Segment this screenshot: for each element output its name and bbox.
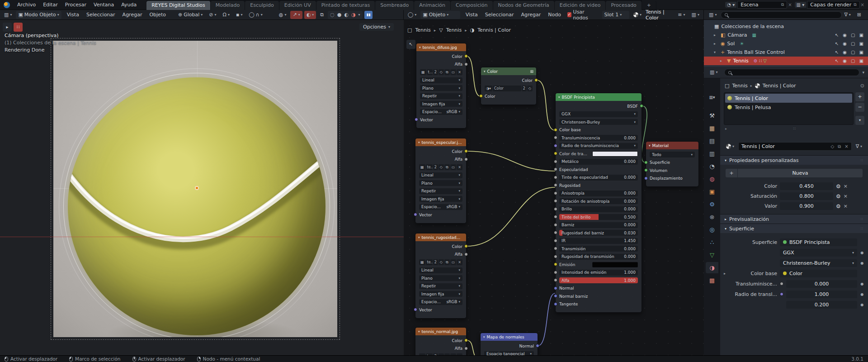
distribution-dropdown[interactable]: GGX▾ bbox=[780, 249, 857, 257]
value-field[interactable]: 0.000 bbox=[786, 280, 857, 288]
input-socket[interactable] bbox=[554, 286, 557, 290]
add-slot-button[interactable]: + bbox=[855, 92, 864, 101]
dropdown[interactable]: Plano▾ bbox=[419, 180, 462, 186]
workspace-tab[interactable]: Edición de video bbox=[555, 1, 606, 10]
viewport-disable-toggle[interactable]: ▢ bbox=[851, 58, 855, 63]
workspace-tab[interactable]: Procesado bbox=[606, 1, 642, 10]
node-header[interactable]: ▾Color⊞ bbox=[481, 67, 536, 75]
browse-group-icon[interactable]: ◑▾ bbox=[485, 86, 492, 91]
group-name-field[interactable]: Color bbox=[493, 86, 521, 91]
value-field[interactable]: 1.000 bbox=[786, 291, 857, 298]
viewport-3d[interactable]: ▸ ∷ Cámara (perspectiva) (1) Colecciones… bbox=[0, 20, 404, 355]
base-color-field[interactable]: Color bbox=[780, 270, 857, 277]
node-header[interactable]: ▾tennis_especular.j... bbox=[415, 138, 466, 146]
node-normal-map[interactable]: ▾Mapa de normalesNormalEspacio tangencia… bbox=[480, 333, 538, 355]
node-material-output[interactable]: ▾MaterialTodo▾SuperficieVolumenDesplazam… bbox=[646, 141, 699, 187]
value-field[interactable]: 0.200 bbox=[786, 301, 857, 309]
workspace-tab[interactable]: Pintado de texturas bbox=[316, 1, 376, 10]
workspace-tab[interactable]: Esculpido bbox=[245, 1, 279, 10]
toolbar-expand-button[interactable]: ▸ bbox=[3, 23, 12, 32]
browse-material-button[interactable]: ▾ bbox=[724, 143, 736, 151]
remove-view-layer-icon[interactable]: × bbox=[861, 2, 864, 7]
view-layer-field[interactable]: Capas de render⧉ bbox=[807, 1, 859, 9]
menu-item[interactable]: Procesar bbox=[61, 0, 90, 10]
dropdown[interactable]: Repetir▾ bbox=[419, 188, 462, 194]
input-socket[interactable] bbox=[554, 183, 557, 187]
dropdown[interactable]: Repetir▾ bbox=[420, 93, 462, 99]
workspace-tab[interactable]: Composición bbox=[451, 1, 493, 10]
input-socket[interactable] bbox=[415, 118, 418, 121]
input-socket[interactable] bbox=[554, 239, 557, 243]
input-socket[interactable] bbox=[414, 213, 417, 216]
expander-icon[interactable]: ▸ bbox=[724, 272, 729, 276]
node-header[interactable]: ▾tennis_normal.jpg bbox=[415, 328, 466, 335]
add-workspace-button[interactable]: + bbox=[642, 1, 656, 10]
expand-icon[interactable]: ▸ bbox=[714, 42, 718, 46]
value-slider[interactable]: Rotación de anisotropía0.000 bbox=[559, 198, 638, 204]
copy-icon[interactable]: ⧉ bbox=[444, 259, 450, 265]
dropdown[interactable]: Lineal▾ bbox=[419, 267, 462, 273]
menu-item[interactable]: Vista bbox=[462, 10, 481, 19]
gear-icon[interactable]: ⚙ bbox=[836, 203, 841, 210]
workspace-tab[interactable]: Modelado bbox=[211, 1, 245, 10]
input-socket[interactable] bbox=[554, 128, 557, 132]
value-slider[interactable]: Anisotropía0.000 bbox=[559, 191, 638, 196]
output-socket[interactable] bbox=[640, 104, 643, 108]
viewport-disable-toggle[interactable]: ▢ bbox=[851, 33, 855, 38]
workspace-tab[interactable]: Sombreado bbox=[375, 1, 414, 10]
value-slider[interactable]: Brillo0.000 bbox=[559, 206, 638, 212]
menu-item[interactable]: Vista bbox=[63, 10, 83, 19]
gear-icon[interactable]: ⚙ bbox=[836, 183, 841, 190]
outliner-filter-dropdown[interactable]: ∇▾ bbox=[842, 11, 853, 19]
editor-type-button[interactable]: ◯▾ bbox=[406, 11, 419, 19]
new-property-button[interactable]: +Nueva bbox=[726, 169, 863, 177]
remove-slot-button[interactable]: − bbox=[855, 103, 864, 112]
mode-dropdown[interactable]: ▣Modo Objeto▾ bbox=[16, 11, 61, 19]
render-disable-toggle[interactable]: ▣ bbox=[859, 41, 863, 46]
fake-user-shield-icon[interactable]: ◇ bbox=[439, 259, 444, 265]
render-disable-toggle[interactable]: ▣ bbox=[859, 50, 863, 55]
tab-physics[interactable]: ◎ bbox=[706, 224, 718, 235]
menu-item[interactable]: Nodo bbox=[544, 10, 565, 19]
copy-icon[interactable]: ⧉ bbox=[781, 2, 784, 7]
workspace-tab[interactable]: REYES Digital Studios bbox=[146, 1, 211, 10]
tab-output[interactable]: ▤ bbox=[706, 135, 718, 147]
dropdown[interactable]: GGX▾ bbox=[559, 111, 638, 117]
image-name-field[interactable]: te... bbox=[426, 164, 433, 170]
tab-scene[interactable]: ◔ bbox=[706, 161, 718, 172]
input-socket[interactable] bbox=[554, 247, 557, 250]
input-socket[interactable] bbox=[644, 161, 648, 164]
value-slider[interactable]: Metálico0.000 bbox=[559, 159, 638, 165]
unlink-icon[interactable]: × bbox=[457, 69, 462, 75]
subsurface-method-dropdown[interactable]: Christensen-Burley▾ bbox=[780, 259, 857, 267]
active-tool-button[interactable]: ∷ bbox=[14, 23, 23, 32]
output-socket[interactable] bbox=[464, 157, 468, 161]
dropdown[interactable]: Espacio...sRGB▾ bbox=[419, 299, 462, 305]
dropdown[interactable]: Espacio tangencial▾ bbox=[484, 351, 534, 356]
output-socket[interactable] bbox=[464, 338, 468, 342]
input-socket[interactable] bbox=[644, 176, 648, 180]
open-folder-icon[interactable]: ▭ bbox=[450, 164, 457, 170]
material-id-icon[interactable]: ▾ bbox=[631, 11, 644, 19]
value-slider[interactable]: Rugosidad del barniz0.030 bbox=[559, 230, 638, 236]
output-socket[interactable] bbox=[464, 347, 468, 350]
dropdown[interactable]: Repetir▾ bbox=[419, 283, 462, 289]
input-socket[interactable] bbox=[554, 176, 557, 179]
gizmo-toggle[interactable]: ↗▾ bbox=[290, 11, 302, 19]
node-header[interactable]: ▾Material bbox=[646, 142, 698, 149]
input-socket[interactable] bbox=[554, 207, 557, 211]
node-snap-dropdown[interactable]: ≡▾ bbox=[675, 11, 687, 19]
property-value-field[interactable]: 0.450 bbox=[780, 182, 833, 190]
new-collection-button[interactable]: ⊞ bbox=[855, 11, 863, 19]
dropdown[interactable]: Espacio...sRGB▾ bbox=[420, 109, 462, 115]
editor-type-button[interactable]: ▥▾ bbox=[708, 68, 720, 76]
output-socket[interactable] bbox=[464, 62, 468, 66]
input-socket[interactable] bbox=[554, 294, 557, 298]
material-filter-dropdown[interactable]: ∇▾ bbox=[854, 143, 864, 151]
material-name-field[interactable]: Tennis | Color ◇ ⧉ × bbox=[738, 142, 852, 151]
expand-icon[interactable]: ▸ bbox=[714, 33, 718, 37]
value-slider[interactable]: Transmisión0.000 bbox=[559, 246, 638, 252]
material-slot-row[interactable]: Tennis | Color bbox=[725, 94, 852, 103]
input-socket[interactable] bbox=[554, 167, 557, 171]
menu-item[interactable]: Ayuda bbox=[118, 0, 140, 10]
